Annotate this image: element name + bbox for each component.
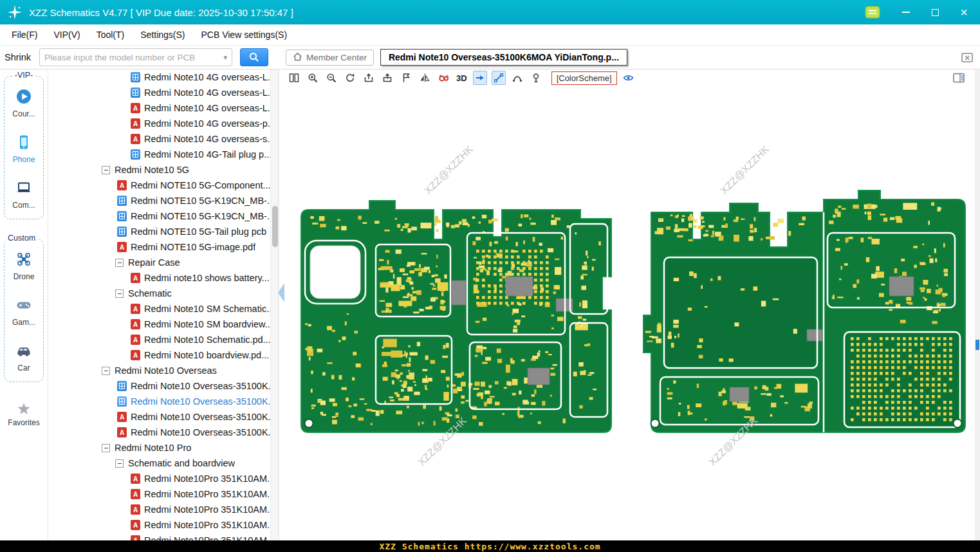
probe-tool-icon[interactable] (529, 71, 543, 85)
search-dropdown-caret[interactable]: ▾ (224, 53, 228, 62)
tree-item[interactable]: Redmi NOTE10 5G-K19CN_MB-... (49, 208, 270, 224)
tree-item[interactable]: Redmi Note10Pro 351K10AM... (49, 502, 270, 517)
sidebar-item-favorites[interactable]: ★ Favorites (0, 400, 48, 427)
tree-item[interactable]: Redmi NOTE10 5G-image.pdf (49, 239, 270, 255)
sidebar-item-label: Phone (13, 155, 35, 164)
tree-item[interactable]: Redmi Note10 Overseas-35100K... (49, 378, 270, 394)
tree-item[interactable]: Redmi Note10 4G overseas-L... (49, 69, 270, 85)
tree-item[interactable]: Redmi Note10 boardview.pd... (49, 347, 270, 363)
tree-node[interactable]: Redmi Note10 5G (49, 162, 270, 178)
three-d-button[interactable]: 3D (455, 73, 468, 83)
tree-item[interactable]: Redmi Note10 Overseas-35100K... (49, 409, 270, 425)
vip-group-label: -VIP- (13, 71, 35, 80)
color-scheme-button[interactable]: [ColorScheme] (551, 71, 617, 85)
split-view-icon[interactable] (287, 71, 301, 85)
diode-mode-icon[interactable] (436, 71, 450, 85)
refresh-icon[interactable] (343, 71, 357, 85)
sidebar-item-computer[interactable]: Com... (12, 179, 35, 210)
tree-item-label: Redmi Note10 Overseas-35100K... (131, 412, 270, 422)
menu-pcb-view-settings[interactable]: PCB View settings(S) (201, 30, 287, 40)
open-top-icon[interactable] (362, 71, 376, 85)
expand-collapse-box[interactable] (115, 290, 124, 298)
sidebar-item-game[interactable]: Gam... (12, 297, 35, 327)
tree-item[interactable]: Redmi Note10Pro 351K10AM... (49, 517, 270, 533)
document-tab[interactable]: Redmi Note10 Overseas-35100K6MOA YiDianT… (380, 49, 627, 66)
tree-item[interactable]: Redmi Note10 4G overseas-p... (49, 116, 270, 131)
close-button[interactable]: × (958, 6, 970, 18)
tree-item-label: Redmi NOTE10 5G-Tail plug pcb (131, 226, 266, 237)
tree-node[interactable]: Repair Case (49, 255, 270, 270)
sidebar-item-car[interactable]: Car (15, 342, 32, 373)
canvas-scrollbar-thumb[interactable] (975, 340, 979, 350)
home-icon (293, 52, 302, 63)
layout-panel-icon[interactable] (952, 71, 966, 85)
expand-collapse-box[interactable] (102, 444, 110, 452)
shrink-button[interactable]: Shrink (5, 52, 31, 62)
tree-item[interactable]: Redmi Note10 Schematic.pd... (49, 332, 270, 347)
pdf-file-icon (117, 242, 127, 252)
pcb-shield-area (665, 259, 816, 367)
expand-collapse-box[interactable] (115, 259, 124, 267)
tree-item[interactable]: Redmi Note10 4G overseas-s... (49, 131, 270, 147)
panel-collapse-handle[interactable] (278, 283, 284, 302)
tree-item[interactable]: Redmi Note10 SM Schematic... (49, 301, 270, 317)
sidebar-item-phone[interactable]: Phone (13, 134, 35, 164)
tree-scrollbar[interactable] (270, 69, 279, 540)
tree-item[interactable]: Redmi Note10 Overseas-35100K... (49, 394, 270, 409)
export-icon[interactable] (380, 71, 394, 85)
menu-vip[interactable]: VIP(V) (53, 30, 80, 40)
tree-item-label: Redmi Note10Pro 351K10AM... (144, 474, 270, 484)
pdf-file-icon (131, 118, 140, 129)
maximize-button[interactable] (929, 6, 941, 18)
flag-icon[interactable] (399, 71, 413, 85)
main-area: -VIP- Cour... Phone Com... Custom Drone (0, 69, 980, 540)
tree-item[interactable]: Redmi Note10 Overseas-35100K... (49, 425, 270, 440)
menu-tool[interactable]: Tool(T) (97, 30, 125, 40)
search-button[interactable] (240, 48, 268, 66)
curve-tool-icon[interactable] (510, 71, 524, 85)
expand-collapse-box[interactable] (115, 459, 124, 468)
pdf-file-icon (117, 412, 127, 422)
arrow-tool-icon[interactable] (473, 71, 487, 85)
license-badge-icon[interactable] (865, 6, 880, 19)
car-icon (15, 342, 32, 362)
tree-node[interactable]: Schematic (49, 286, 270, 301)
tree-node[interactable]: Redmi Note10 Pro (49, 440, 270, 455)
search-input[interactable] (44, 53, 223, 62)
tree-node[interactable]: Redmi Note10 Overseas (49, 363, 270, 378)
expand-collapse-box[interactable] (102, 166, 110, 174)
tree-item[interactable]: Redmi Note10Pro 351K10AM... (49, 533, 270, 540)
expand-collapse-box[interactable] (102, 367, 110, 375)
sidebar: -VIP- Cour... Phone Com... Custom Drone (0, 69, 48, 540)
close-tab-icon[interactable] (961, 52, 974, 63)
tree-node[interactable]: Schematic and boardview (49, 455, 270, 471)
tree-item[interactable]: Redmi NOTE10 5G-Tail plug pcb (49, 224, 270, 239)
measure-tool-icon[interactable] (492, 71, 506, 85)
tree-item[interactable]: Redmi NOTE10 5G-K19CN_MB-... (49, 193, 270, 208)
member-center-button[interactable]: Member Center (286, 50, 374, 66)
tree-scrollbar-thumb[interactable] (272, 206, 278, 247)
tree-item[interactable]: Redmi Note10Pro 351K10AM... (49, 471, 270, 486)
tree-item[interactable]: Redmi Note10 SM boardview... (49, 317, 270, 332)
eye-icon[interactable] (622, 71, 636, 85)
sidebar-item-drone[interactable]: Drone (14, 251, 35, 281)
tree-item[interactable]: Redmi Note10 4G overseas-L... (49, 85, 270, 100)
zoom-in-icon[interactable] (306, 71, 320, 85)
gamepad-icon (15, 297, 32, 316)
menu-file[interactable]: File(F) (12, 30, 37, 40)
canvas-scrollbar[interactable] (975, 69, 980, 540)
sidebar-item-course[interactable]: Cour... (12, 88, 35, 118)
pcb-board-view[interactable]: XZZ@XZZHKXZZ@XZZHKXZZ@XZZHKXZZ@XZZHK (279, 86, 975, 540)
tree-item[interactable]: Redmi note10 shows battery... (49, 270, 270, 286)
tree-item[interactable]: Redmi Note10 4G overseas-L... (49, 100, 270, 116)
tree-item-label: Redmi Note10 4G-Tail plug p... (144, 149, 270, 160)
menu-settings[interactable]: Settings(S) (140, 30, 185, 40)
tree-item[interactable]: Redmi Note10 4G-Tail plug p... (49, 147, 270, 162)
tree-item[interactable]: Redmi Note10Pro 351K10AM... (49, 486, 270, 502)
flip-horizontal-icon[interactable] (418, 71, 432, 85)
titlebar: XZZ Schematics V4.77 [ VIP Due date: 202… (0, 0, 980, 24)
search-icon (248, 51, 260, 63)
zoom-out-icon[interactable] (324, 71, 338, 85)
minimize-button[interactable] (900, 6, 912, 18)
tree-item[interactable]: Redmi NOTE10 5G-Component... (49, 178, 270, 193)
